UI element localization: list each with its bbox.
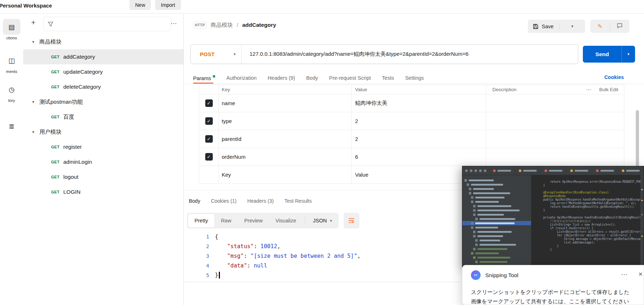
notification-title: Snipping Tool xyxy=(485,272,518,279)
request-row[interactable]: GET register xyxy=(23,139,183,154)
wrap-lines-button[interactable] xyxy=(344,213,359,228)
markup-share-action[interactable]: 画像をマークアップして共有するには、ここを選択してください xyxy=(471,298,629,305)
folder-row[interactable]: ▾ 商品模块 xyxy=(23,34,183,49)
tab-settings[interactable]: Settings xyxy=(405,75,424,81)
view-preview[interactable]: Preview xyxy=(238,214,269,227)
param-description-cell[interactable] xyxy=(486,130,624,148)
request-row[interactable]: GET updateCategory xyxy=(23,64,183,79)
tab-params[interactable]: Params xyxy=(193,75,215,81)
folder-row[interactable]: ▾ 测试postman功能 xyxy=(23,94,183,109)
ide-titlebar xyxy=(462,166,644,175)
param-value-cell[interactable]: 2 xyxy=(352,112,486,130)
new-button[interactable]: New xyxy=(129,0,151,10)
param-row: ✓ name 鲲肉坤你太美 xyxy=(199,94,624,112)
row-checkbox-checked[interactable]: ✓ xyxy=(205,153,213,161)
param-value-cell[interactable]: 2 xyxy=(352,130,486,148)
sidebar-nav-mock[interactable]: ≣ xyxy=(0,118,23,135)
param-row: ✓ orderNum 6 xyxy=(199,148,624,166)
import-button[interactable]: Import xyxy=(155,0,181,10)
ide-file-tab xyxy=(541,166,566,175)
left-nav-rail: ▤ ctions ◫ ments ◷ tory ≣ xyxy=(0,13,24,305)
param-description-cell[interactable] xyxy=(486,94,624,112)
row-checkbox-checked[interactable]: ✓ xyxy=(205,117,213,125)
tab-authorization[interactable]: Authorization xyxy=(226,75,257,81)
request-row[interactable]: GET 百度 xyxy=(23,109,183,124)
column-header-description: Description xyxy=(492,87,517,92)
send-options-button[interactable]: ▾ xyxy=(622,52,635,56)
breadcrumb: HTTP 商品模块 / addCategory xyxy=(193,20,276,30)
tab-body[interactable]: Body xyxy=(306,75,318,81)
url-input[interactable]: 127.0.0.1:8083/admin/category/add?name=鲲… xyxy=(242,51,468,58)
view-visualize[interactable]: Visualize xyxy=(269,214,303,227)
method-label: POST xyxy=(200,51,215,57)
request-name[interactable]: addCategory xyxy=(242,22,276,28)
snipping-tool-notification[interactable]: ✂ Snipping Tool ⋯ ✕ スクリーンショットをクリップボードにコピ… xyxy=(462,265,644,305)
save-button[interactable]: Save ▾ xyxy=(528,20,585,33)
bulk-edit-button[interactable]: Bulk Edit xyxy=(599,87,618,92)
response-view-toolbar: Pretty Raw Preview Visualize JSON ▾ xyxy=(187,213,359,228)
sidebar-nav-environments[interactable]: ◫ ments xyxy=(0,53,23,74)
row-checkbox-checked[interactable]: ✓ xyxy=(205,135,213,143)
request-tools: ✎ xyxy=(590,20,629,33)
history-icon: ◷ xyxy=(9,85,15,94)
notification-close-button[interactable]: ✕ xyxy=(636,271,644,278)
text-cursor xyxy=(219,272,220,279)
request-section-tabs: Params Authorization Headers (9) Body Pr… xyxy=(193,72,424,84)
request-row-selected[interactable]: GET addCategory xyxy=(23,49,183,64)
tab-response-headers[interactable]: Headers (3) xyxy=(247,198,274,204)
tab-prerequest[interactable]: Pre-request Script xyxy=(329,75,371,81)
method-selector[interactable]: POST ▾ xyxy=(191,45,242,64)
view-pretty[interactable]: Pretty xyxy=(188,214,215,227)
param-key-cell[interactable]: name xyxy=(219,94,352,112)
notification-message: スクリーンショットをクリップボードにコピーして保存しました xyxy=(471,289,629,296)
params-options-icon[interactable]: ⋯ xyxy=(586,87,591,93)
sidebar-options-button[interactable]: ⋯ xyxy=(171,20,177,27)
request-row[interactable]: GET LOGIN xyxy=(23,185,183,200)
notification-more-button[interactable]: ⋯ xyxy=(619,270,629,279)
ide-project-tree xyxy=(462,175,531,268)
comments-button[interactable] xyxy=(610,23,629,30)
tab-tests[interactable]: Tests xyxy=(382,75,394,81)
send-button[interactable]: Send ▾ xyxy=(583,46,635,63)
row-checkbox-checked[interactable]: ✓ xyxy=(205,99,213,107)
ide-file-tab xyxy=(566,166,592,175)
request-row[interactable]: GET logout xyxy=(23,169,183,185)
param-value-cell[interactable]: 鲲肉坤你太美 xyxy=(352,94,486,112)
tab-response-cookies[interactable]: Cookies (1) xyxy=(211,198,237,204)
folder-row[interactable]: ▾ 用户模块 xyxy=(23,124,183,139)
save-options-button[interactable]: ▾ xyxy=(560,24,585,29)
add-collection-button[interactable]: + xyxy=(31,19,35,26)
screenshot-preview-ide[interactable]: return ApiRestResponse.error(ResponseEnu… xyxy=(462,166,644,268)
sidebar-nav-history[interactable]: ◷ tory xyxy=(0,82,23,103)
more-icon: ⋯ xyxy=(171,20,177,27)
breadcrumb-folder[interactable]: 商品模块 xyxy=(211,21,233,29)
collections-sidebar: + ⋯ ▾ 商品模块 GET addCategory GET updateCat… xyxy=(23,13,184,305)
ide-editor: return ApiRestResponse.error(ResponseEnu… xyxy=(531,175,644,268)
sidebar-nav-collections[interactable]: ▤ ctions xyxy=(0,19,23,40)
search-input[interactable] xyxy=(57,21,171,27)
request-row[interactable]: GET adminLogin xyxy=(23,154,183,169)
tab-headers[interactable]: Headers (9) xyxy=(268,75,295,81)
response-section-tabs: Body Cookies (1) Headers (3) Test Result… xyxy=(189,196,312,206)
request-row[interactable]: GET deleteCategory xyxy=(23,79,183,94)
collection-search-box[interactable] xyxy=(43,17,171,31)
cookies-link[interactable]: Cookies xyxy=(604,74,624,80)
param-description-cell[interactable] xyxy=(486,112,624,130)
param-key-cell[interactable]: orderNum xyxy=(219,148,352,166)
tab-response-body[interactable]: Body xyxy=(189,198,200,204)
view-raw[interactable]: Raw xyxy=(215,214,238,227)
param-value-cell[interactable]: 6 xyxy=(352,148,486,166)
ide-toolbar-icons xyxy=(462,169,489,172)
param-key-placeholder[interactable]: Key xyxy=(219,166,352,183)
param-key-cell[interactable]: parentId xyxy=(219,130,352,148)
param-description-cell[interactable] xyxy=(486,148,624,166)
edit-request-button[interactable]: ✎ xyxy=(590,23,610,30)
pencil-icon: ✎ xyxy=(598,23,602,29)
format-selector[interactable]: JSON ▾ xyxy=(307,218,338,223)
environments-icon: ◫ xyxy=(9,56,15,65)
params-header-row: Key Value Description ⋯ Bulk Edit xyxy=(199,85,624,94)
filter-icon xyxy=(48,21,53,27)
chevron-down-icon: ▾ xyxy=(30,129,36,134)
param-key-cell[interactable]: type xyxy=(219,112,352,130)
tab-test-results[interactable]: Test Results xyxy=(284,198,311,204)
